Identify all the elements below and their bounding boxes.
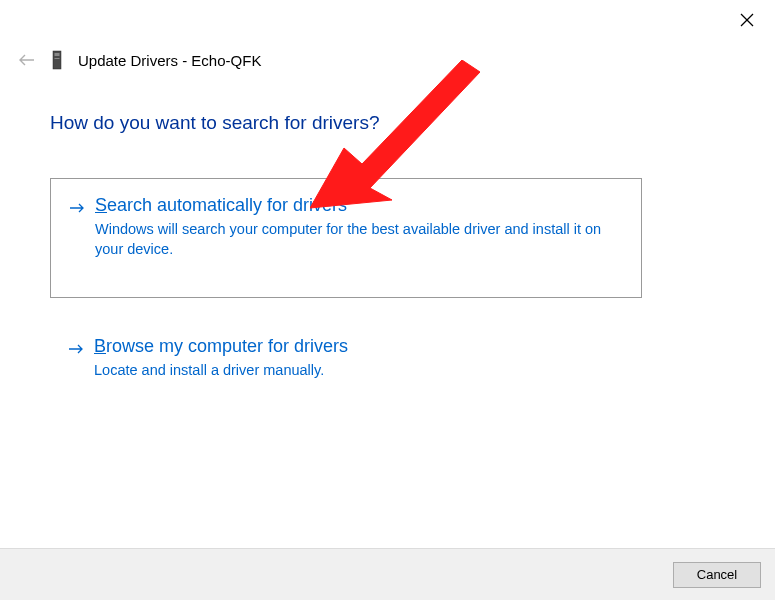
dialog-header: Update Drivers - Echo-QFK: [18, 50, 261, 70]
option-text-block: Search automatically for drivers Windows…: [95, 195, 623, 259]
svg-rect-4: [55, 58, 60, 59]
option-title: Search automatically for drivers: [95, 195, 623, 216]
option-description: Windows will search your computer for th…: [95, 220, 623, 259]
arrow-right-icon: [69, 200, 85, 218]
cancel-button[interactable]: Cancel: [673, 562, 761, 588]
close-button[interactable]: [737, 10, 757, 30]
option-description: Locate and install a driver manually.: [94, 361, 624, 381]
back-arrow-icon: [19, 54, 35, 66]
page-heading: How do you want to search for drivers?: [50, 112, 380, 134]
option-browse-computer[interactable]: Browse my computer for drivers Locate an…: [50, 320, 642, 397]
close-icon: [740, 13, 754, 27]
option-text-block: Browse my computer for drivers Locate an…: [94, 336, 624, 381]
option-content: Search automatically for drivers Windows…: [69, 195, 623, 259]
device-icon: [50, 50, 64, 70]
dialog-footer: Cancel: [0, 548, 775, 600]
back-button[interactable]: [18, 51, 36, 69]
arrow-right-icon: [68, 341, 84, 359]
option-content: Browse my computer for drivers Locate an…: [68, 336, 624, 381]
svg-rect-3: [55, 53, 60, 56]
dialog-title: Update Drivers - Echo-QFK: [78, 52, 261, 69]
option-title: Browse my computer for drivers: [94, 336, 624, 357]
option-search-automatically[interactable]: Search automatically for drivers Windows…: [50, 178, 642, 298]
